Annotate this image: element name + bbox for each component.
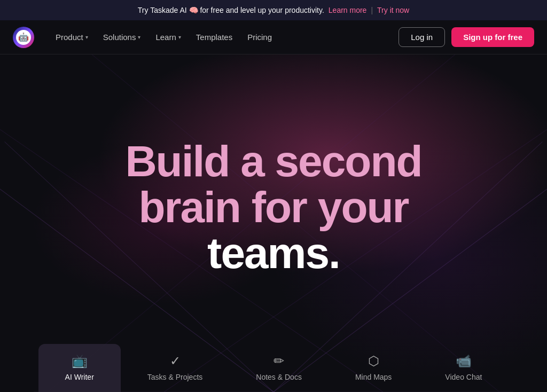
top-banner: Try Taskade AI 🧠 for free and level up y… (0, 0, 547, 20)
tab-mind-maps-label: Mind Maps (355, 373, 392, 381)
chevron-down-icon: ▾ (138, 34, 140, 40)
hero-content: Build a second brain for your teams. (104, 138, 443, 308)
tab-video-chat-label: Video Chat (445, 373, 482, 381)
tasks-icon: ✓ (170, 355, 181, 367)
hero-title: Build a second brain for your teams. (125, 138, 421, 276)
nav-pricing[interactable]: Pricing (241, 28, 278, 46)
tab-video-chat[interactable]: 📹 Video Chat (418, 344, 509, 392)
hero-section: Build a second brain for your teams. 📺 A… (0, 54, 547, 392)
hero-title-line2: brain for your (138, 183, 408, 231)
tab-ai-writer-label: AI Writer (65, 373, 94, 381)
signup-button[interactable]: Sign up for free (451, 27, 534, 47)
login-button[interactable]: Log in (398, 27, 445, 47)
nav-product[interactable]: Product ▾ (49, 28, 95, 46)
nav-learn[interactable]: Learn ▾ (149, 28, 187, 46)
banner-divider: | (371, 6, 373, 14)
tab-notes-docs[interactable]: ✏ Notes & Docs (229, 344, 329, 392)
try-it-link[interactable]: Try it now (377, 6, 409, 14)
chevron-down-icon: ▾ (178, 34, 181, 40)
logo-inner: 🤖 (16, 30, 31, 45)
mind-maps-icon: ⬡ (368, 355, 379, 367)
nav-actions: Log in Sign up for free (398, 27, 534, 47)
video-chat-icon: 📹 (456, 355, 472, 367)
nav-templates[interactable]: Templates (190, 28, 239, 46)
ai-writer-icon: 📺 (72, 355, 88, 367)
nav-links: Product ▾ Solutions ▾ Learn ▾ Templates … (49, 28, 398, 46)
learn-more-link[interactable]: Learn more (329, 6, 367, 14)
tab-mind-maps[interactable]: ⬡ Mind Maps (329, 344, 418, 392)
chevron-down-icon: ▾ (85, 34, 88, 40)
tab-notes-label: Notes & Docs (256, 373, 302, 381)
hero-title-line1: Build a second (125, 137, 421, 185)
navbar: 🤖 Product ▾ Solutions ▾ Learn ▾ Template… (0, 20, 547, 54)
notes-icon: ✏ (274, 355, 284, 367)
nav-solutions[interactable]: Solutions ▾ (97, 28, 147, 46)
banner-text: Try Taskade AI 🧠 for free and level up y… (138, 6, 324, 14)
tab-ai-writer[interactable]: 📺 AI Writer (38, 344, 121, 392)
hero-title-line3: teams. (207, 229, 340, 277)
logo[interactable]: 🤖 (13, 27, 34, 48)
feature-tabs: 📺 AI Writer ✓ Tasks & Projects ✏ Notes &… (0, 344, 547, 392)
tab-tasks-projects[interactable]: ✓ Tasks & Projects (121, 344, 229, 392)
tab-tasks-label: Tasks & Projects (147, 373, 202, 381)
